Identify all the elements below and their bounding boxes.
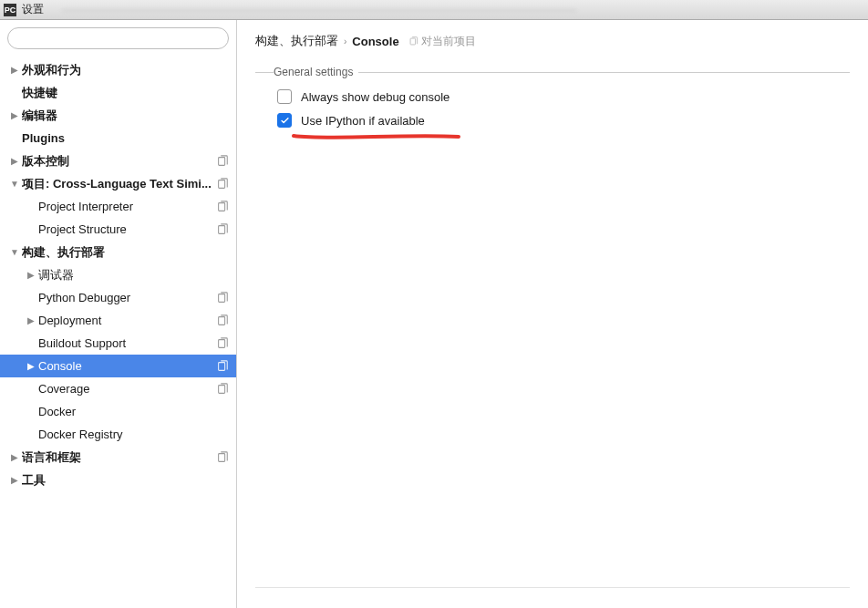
tree-item-label: Buildout Support <box>38 336 216 350</box>
copy-icon <box>216 155 229 168</box>
use-ipython-row[interactable]: Use IPython if available <box>277 113 846 128</box>
content-panel: 构建、执行部署 › Console 对当前项目 General settings… <box>237 20 868 608</box>
svg-rect-10 <box>410 38 416 45</box>
titlebar-blur-text: ————————————————————————————————————————… <box>62 4 576 16</box>
tree-item[interactable]: ▶工具 <box>0 469 236 491</box>
tree-item[interactable]: ▶外观和行为 <box>0 58 236 81</box>
tree-item-label: Plugins <box>22 131 229 145</box>
copy-icon <box>216 337 229 350</box>
use-ipython-checkbox[interactable] <box>277 113 292 128</box>
tree-item-label: 快捷键 <box>22 85 229 101</box>
main-container: ▶外观和行为快捷键▶编辑器Plugins▶版本控制▼项目: Cross-Lang… <box>0 20 868 608</box>
breadcrumb: 构建、执行部署 › Console 对当前项目 <box>255 33 850 49</box>
tree-item-label: Coverage <box>38 382 216 396</box>
tree-item-label: 语言和框架 <box>22 449 216 466</box>
tree-item-label: Docker Registry <box>38 428 229 441</box>
tree-item-label: Docker <box>38 405 229 418</box>
tree-item-label: 编辑器 <box>22 108 229 124</box>
svg-rect-1 <box>219 180 225 188</box>
app-icon: PC <box>4 4 16 16</box>
tree-item-label: Project Interpreter <box>38 200 216 213</box>
tree-item-label: 调试器 <box>38 267 229 283</box>
tree-item-label: 版本控制 <box>22 153 216 170</box>
svg-rect-0 <box>219 157 225 165</box>
tree-item-label: 项目: Cross-Language Text Simi... <box>22 176 216 192</box>
copy-icon <box>216 314 229 327</box>
tree-item[interactable]: Docker <box>0 400 236 423</box>
chevron-right-icon[interactable]: ▶ <box>24 315 38 325</box>
svg-rect-8 <box>219 385 225 393</box>
copy-icon <box>216 360 229 373</box>
tree-item[interactable]: Python Debugger <box>0 286 236 309</box>
chevron-right-icon[interactable]: ▶ <box>7 452 22 462</box>
breadcrumb-current: Console <box>352 35 398 48</box>
tree-item-label: 构建、执行部署 <box>22 244 229 261</box>
tree-item[interactable]: Plugins <box>0 127 236 149</box>
tree-item-label: 外观和行为 <box>22 62 229 78</box>
chevron-down-icon[interactable]: ▼ <box>7 179 22 189</box>
breadcrumb-separator-icon: › <box>344 36 346 46</box>
tree-item[interactable]: 快捷键 <box>0 81 236 104</box>
chevron-right-icon[interactable]: ▶ <box>7 110 22 120</box>
copy-icon <box>216 383 229 396</box>
settings-tree[interactable]: ▶外观和行为快捷键▶编辑器Plugins▶版本控制▼项目: Cross-Lang… <box>0 55 236 608</box>
tree-item[interactable]: ▶编辑器 <box>0 104 236 127</box>
tree-item-label: Console <box>38 359 216 373</box>
svg-rect-7 <box>219 362 225 370</box>
copy-icon <box>216 292 229 304</box>
copy-icon <box>408 36 418 46</box>
copy-icon <box>216 178 229 191</box>
search-wrap <box>0 20 236 55</box>
svg-rect-5 <box>219 316 225 325</box>
tree-item[interactable]: ▶Deployment <box>0 309 236 332</box>
always-show-debug-label: Always show debug console <box>301 90 450 104</box>
tree-item[interactable]: ▶调试器 <box>0 263 236 286</box>
content-divider <box>255 587 850 588</box>
tree-item[interactable]: ▶Console <box>0 355 236 377</box>
always-show-debug-row[interactable]: Always show debug console <box>277 89 846 104</box>
svg-rect-4 <box>219 294 225 302</box>
svg-rect-9 <box>219 453 225 461</box>
tree-item[interactable]: Buildout Support <box>0 332 236 355</box>
sidebar: ▶外观和行为快捷键▶编辑器Plugins▶版本控制▼项目: Cross-Lang… <box>0 20 237 608</box>
tree-item-label: Deployment <box>38 314 216 327</box>
chevron-right-icon[interactable]: ▶ <box>7 156 22 166</box>
tree-item[interactable]: Project Interpreter <box>0 195 236 218</box>
breadcrumb-parent[interactable]: 构建、执行部署 <box>255 33 338 49</box>
always-show-debug-checkbox[interactable] <box>277 89 292 104</box>
copy-icon <box>216 451 229 464</box>
tree-item-label: 工具 <box>22 472 229 489</box>
tree-item-label: Python Debugger <box>38 291 216 304</box>
svg-rect-2 <box>219 202 225 211</box>
chevron-right-icon[interactable]: ▶ <box>24 270 38 280</box>
general-settings-group: General settings Always show debug conso… <box>255 66 850 140</box>
svg-rect-3 <box>219 225 225 233</box>
copy-icon <box>216 223 229 236</box>
group-title: General settings <box>274 66 358 78</box>
scope-text: 对当前项目 <box>421 34 476 49</box>
tree-item[interactable]: Project Structure <box>0 218 236 241</box>
svg-rect-6 <box>219 339 225 347</box>
tree-item[interactable]: ▼项目: Cross-Language Text Simi... <box>0 172 236 195</box>
window-title: 设置 <box>22 2 44 17</box>
tree-item[interactable]: ▶语言和框架 <box>0 446 236 469</box>
chevron-down-icon[interactable]: ▼ <box>7 247 22 257</box>
tree-item[interactable]: ▼构建、执行部署 <box>0 241 236 263</box>
chevron-right-icon[interactable]: ▶ <box>7 475 22 485</box>
scope-badge: 对当前项目 <box>408 34 476 49</box>
chevron-right-icon[interactable]: ▶ <box>24 361 38 371</box>
tree-item[interactable]: Docker Registry <box>0 423 236 446</box>
use-ipython-label: Use IPython if available <box>301 114 425 128</box>
tree-item[interactable]: Coverage <box>0 377 236 400</box>
copy-icon <box>216 201 229 213</box>
annotation-red-underline <box>292 130 460 139</box>
titlebar: PC 设置 ——————————————————————————————————… <box>0 0 868 20</box>
chevron-right-icon[interactable]: ▶ <box>7 65 22 75</box>
tree-item-label: Project Structure <box>38 222 216 236</box>
search-input[interactable] <box>7 27 229 49</box>
tree-item[interactable]: ▶版本控制 <box>0 149 236 172</box>
